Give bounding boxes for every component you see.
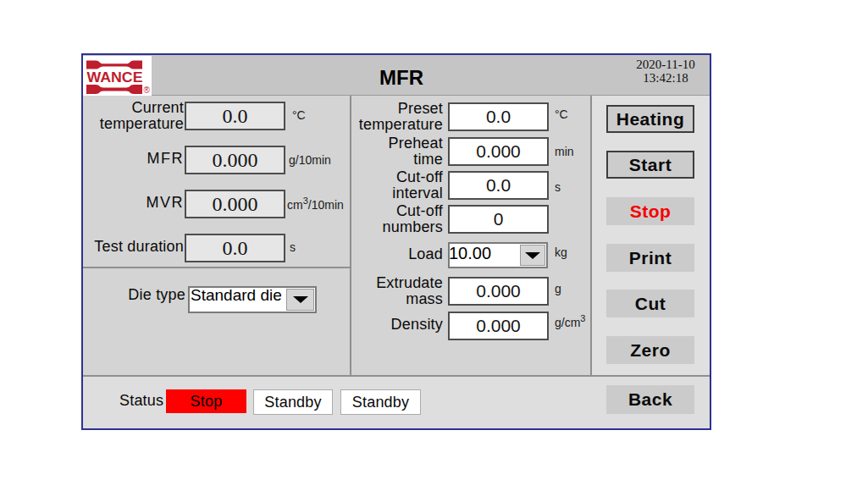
svg-text:®: ®	[144, 86, 151, 95]
